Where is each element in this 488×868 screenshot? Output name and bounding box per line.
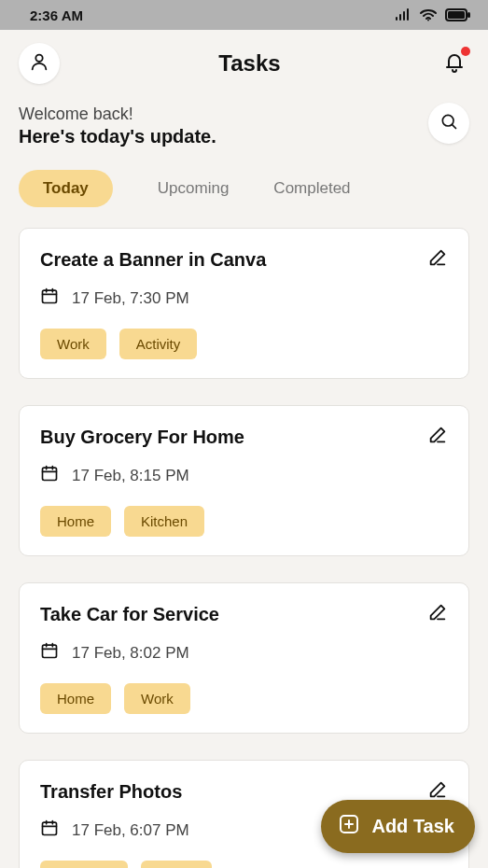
calendar-icon (40, 641, 59, 665)
user-icon (29, 51, 49, 76)
edit-icon[interactable] (427, 247, 448, 272)
task-tag[interactable]: Kitchen (124, 506, 204, 537)
notifications-button[interactable] (439, 49, 469, 78)
svg-rect-7 (43, 468, 57, 480)
svg-rect-3 (467, 12, 470, 18)
task-tag[interactable]: Work (124, 683, 190, 714)
task-tag[interactable]: Work (40, 329, 106, 359)
task-tag[interactable]: Home (141, 861, 212, 868)
notification-dot (461, 47, 470, 56)
status-bar: 2:36 AM (0, 0, 488, 30)
task-title: Create a Banner in Canva (40, 249, 266, 271)
add-task-button[interactable]: Add Task (321, 800, 475, 853)
svg-point-0 (427, 20, 429, 21)
task-date: 17 Feb, 7:30 PM (72, 289, 189, 308)
task-list: Create a Banner in Canva 17 Feb, 7:30 PM… (19, 228, 469, 868)
welcome-subtitle: Here's today's update. (19, 126, 216, 147)
svg-rect-8 (43, 645, 57, 657)
search-icon (439, 112, 458, 134)
task-title: Buy Grocery For Home (40, 427, 244, 448)
wifi-icon (419, 8, 438, 21)
status-icons (395, 8, 471, 21)
tab-today[interactable]: Today (19, 170, 113, 207)
topbar: Tasks (19, 43, 469, 84)
task-card[interactable]: Buy Grocery For Home 17 Feb, 8:15 PM Hom… (19, 405, 469, 556)
tab-upcoming[interactable]: Upcoming (158, 179, 230, 198)
tabs: Today Upcoming Completed (19, 170, 469, 207)
task-date: 17 Feb, 8:02 PM (72, 644, 189, 663)
welcome-row: Welcome back! Here's today's update. (19, 105, 469, 147)
task-tag[interactable]: LifeStyle (40, 861, 128, 868)
profile-button[interactable] (19, 43, 60, 84)
welcome-greeting: Welcome back! (19, 105, 216, 124)
task-date: 17 Feb, 8:15 PM (72, 467, 189, 485)
task-title: Transfer Photos (40, 781, 182, 803)
svg-rect-2 (448, 11, 465, 19)
tab-completed[interactable]: Completed (273, 179, 350, 198)
task-date: 17 Feb, 6:07 PM (72, 821, 189, 840)
svg-point-4 (35, 55, 42, 62)
task-card[interactable]: Create a Banner in Canva 17 Feb, 7:30 PM… (19, 228, 469, 379)
edit-icon[interactable] (427, 602, 448, 626)
battery-icon (445, 8, 471, 21)
svg-rect-9 (43, 822, 57, 834)
status-time: 2:36 AM (30, 7, 83, 23)
task-tag[interactable]: Home (40, 506, 111, 537)
calendar-icon (40, 464, 59, 487)
edit-icon[interactable] (427, 425, 448, 449)
task-title: Take Car for Service (40, 604, 219, 625)
calendar-icon (40, 287, 59, 310)
signal-icon (395, 8, 411, 21)
calendar-icon (40, 819, 59, 842)
search-button[interactable] (428, 103, 469, 144)
task-tag[interactable]: Activity (119, 329, 198, 359)
add-task-label: Add Task (371, 816, 454, 837)
plus-icon (338, 813, 360, 840)
svg-rect-6 (43, 290, 57, 302)
task-tag[interactable]: Home (40, 683, 111, 714)
page-title: Tasks (218, 50, 280, 77)
task-card[interactable]: Take Car for Service 17 Feb, 8:02 PM Hom… (19, 582, 469, 734)
